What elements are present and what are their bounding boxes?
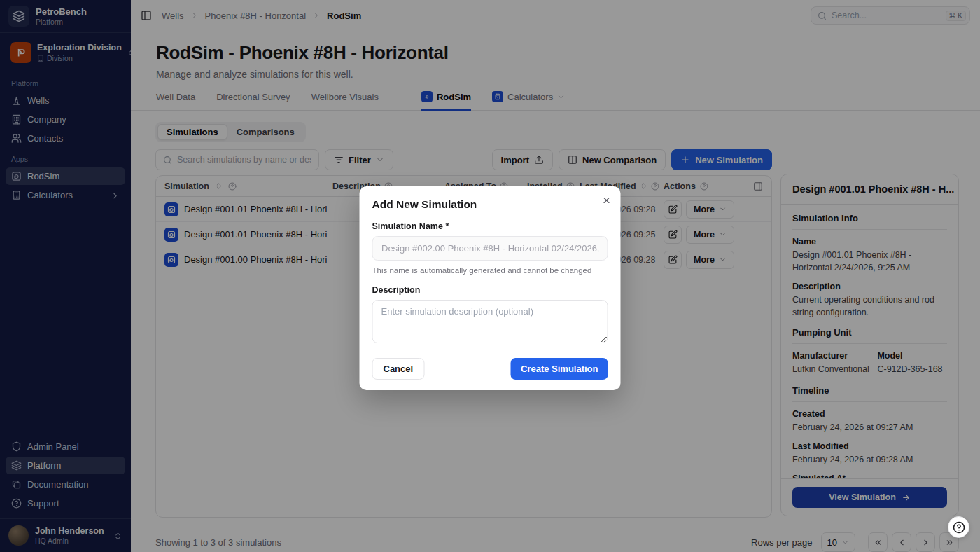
cancel-button[interactable]: Cancel	[372, 358, 425, 380]
description-label: Description	[372, 285, 608, 295]
close-icon[interactable]	[602, 195, 612, 205]
simulation-name-help: This name is automatically generated and…	[372, 266, 608, 275]
simulation-name-label: Simulation Name *	[372, 221, 608, 231]
simulation-name-input[interactable]	[372, 236, 608, 261]
description-textarea[interactable]	[372, 300, 608, 343]
modal-title: Add New Simulation	[372, 198, 608, 211]
help-button[interactable]	[948, 516, 969, 538]
create-simulation-button[interactable]: Create Simulation	[511, 358, 608, 380]
help-circle-icon	[953, 521, 965, 534]
add-simulation-modal: Add New Simulation Simulation Name * Thi…	[360, 186, 621, 390]
